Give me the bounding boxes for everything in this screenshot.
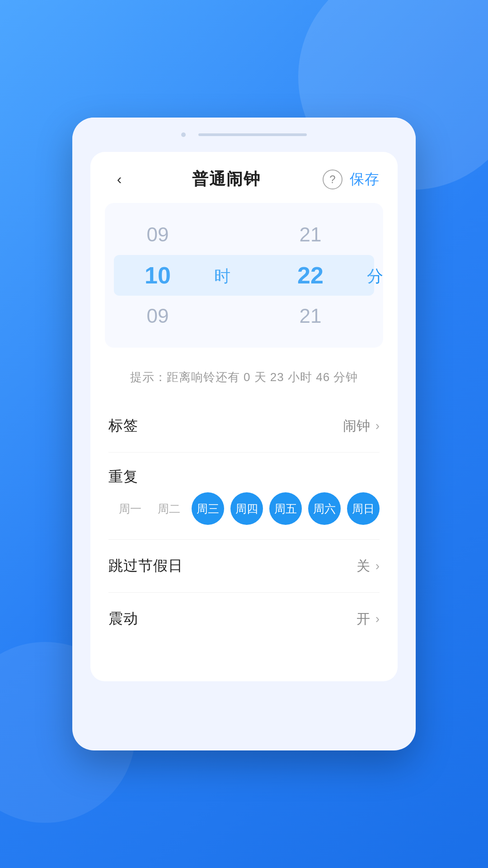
vibrate-chevron-icon: › <box>375 612 380 626</box>
tag-label: 标签 <box>108 416 138 436</box>
holiday-row[interactable]: 跳过节假日 关 › <box>108 540 380 593</box>
back-icon: ‹ <box>117 171 122 188</box>
day-label-wed: 周三 <box>197 501 219 516</box>
day-chips: 周一 周二 周三 周四 周五 周六 <box>108 492 380 525</box>
minute-label: 分 <box>367 264 383 288</box>
back-button[interactable]: ‹ <box>108 169 130 190</box>
main-card: ‹ 普通闹钟 ? 保存 09 10 09 <box>90 152 398 681</box>
day-label-mon: 周一 <box>119 501 141 516</box>
day-label-thu: 周四 <box>235 501 258 516</box>
holiday-value: 关 <box>357 557 370 576</box>
status-bar-line <box>198 133 307 136</box>
phone-frame: ‹ 普通闹钟 ? 保存 09 10 09 <box>72 118 416 750</box>
day-chip-thu[interactable]: 周四 <box>230 492 263 525</box>
status-dot <box>181 132 186 137</box>
minute-below: 21 <box>258 296 363 336</box>
holiday-label: 跳过节假日 <box>108 556 183 576</box>
page-title: 普通闹钟 <box>192 168 261 190</box>
vibrate-label: 震动 <box>108 609 138 629</box>
minute-above: 21 <box>258 214 363 255</box>
repeat-label: 重复 <box>108 467 145 487</box>
day-label-sat: 周六 <box>313 501 336 516</box>
day-chip-sun[interactable]: 周日 <box>347 492 380 525</box>
settings-section: 标签 闹钟 › 重复 周一 周二 周三 <box>90 400 398 645</box>
day-chip-mon[interactable]: 周一 <box>114 492 146 525</box>
day-chip-sat[interactable]: 周六 <box>308 492 341 525</box>
day-label-tue: 周二 <box>158 501 180 516</box>
day-chip-tue[interactable]: 周二 <box>153 492 185 525</box>
day-chip-fri[interactable]: 周五 <box>269 492 302 525</box>
vibrate-value: 开 <box>357 610 370 628</box>
bottom-spacer <box>90 645 398 681</box>
header-actions: ? 保存 <box>323 170 380 189</box>
vibrate-row[interactable]: 震动 开 › <box>108 593 380 645</box>
help-icon-label: ? <box>329 173 335 186</box>
status-bar <box>72 118 416 145</box>
hour-below: 09 <box>105 296 211 336</box>
hour-label: 时 <box>214 264 230 288</box>
minute-active: 22 <box>258 255 363 296</box>
day-label-sun: 周日 <box>352 501 375 516</box>
tag-row[interactable]: 标签 闹钟 › <box>108 400 380 453</box>
vibrate-value-group: 开 › <box>357 610 380 628</box>
hour-active: 10 <box>105 255 211 296</box>
tag-value: 闹钟 <box>343 417 370 435</box>
holiday-value-group: 关 › <box>357 557 380 576</box>
time-picker[interactable]: 09 10 09 时 21 22 <box>105 203 383 348</box>
hint-text: 提示：距离响铃还有 0 天 23 小时 46 分钟 <box>90 360 398 400</box>
tag-value-group: 闹钟 › <box>343 417 380 435</box>
help-button[interactable]: ? <box>323 170 343 189</box>
tag-chevron-icon: › <box>375 419 380 433</box>
header: ‹ 普通闹钟 ? 保存 <box>90 152 398 203</box>
minute-column[interactable]: 21 22 21 <box>258 214 363 336</box>
day-label-fri: 周五 <box>274 501 297 516</box>
repeat-row: 重复 周一 周二 周三 周四 周五 <box>108 453 380 540</box>
time-picker-container: 09 10 09 时 21 22 <box>105 203 383 348</box>
holiday-chevron-icon: › <box>375 559 380 573</box>
save-button[interactable]: 保存 <box>350 170 380 189</box>
hour-above: 09 <box>105 214 211 255</box>
hour-column[interactable]: 09 10 09 <box>105 214 211 336</box>
day-chip-wed[interactable]: 周三 <box>192 492 224 525</box>
